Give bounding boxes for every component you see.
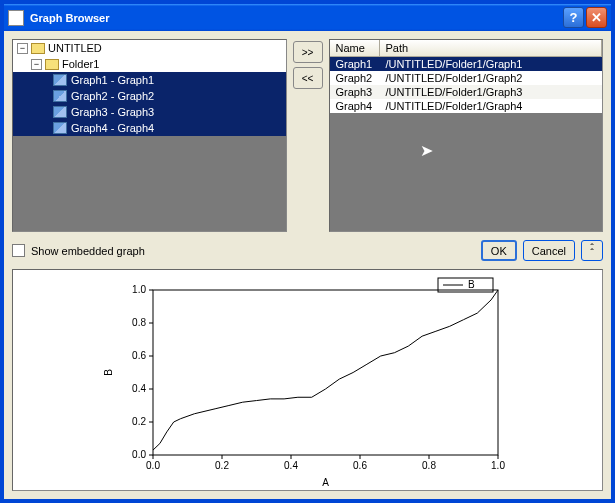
cursor-icon: ➤ (420, 141, 433, 160)
svg-text:0.4: 0.4 (284, 460, 298, 471)
list-empty-area: ➤ (330, 113, 603, 231)
svg-text:0.6: 0.6 (353, 460, 367, 471)
list-row[interactable]: Graph3 /UNTITLED/Folder1/Graph3 (330, 85, 603, 99)
list-row[interactable]: Graph1 /UNTITLED/Folder1/Graph1 (330, 57, 603, 71)
column-header-path[interactable]: Path (380, 40, 603, 56)
tree-item-label: Graph1 - Graph1 (71, 74, 154, 86)
tree-item-graph2[interactable]: Graph2 - Graph2 (13, 88, 286, 104)
tree-item-graph4[interactable]: Graph4 - Graph4 (13, 120, 286, 136)
svg-text:B: B (103, 369, 114, 376)
show-embedded-checkbox[interactable] (12, 244, 25, 257)
svg-text:0.2: 0.2 (215, 460, 229, 471)
list-cell-path: /UNTITLED/Folder1/Graph3 (380, 85, 603, 99)
controls-row: Show embedded graph OK Cancel ˆ ˆ (4, 236, 611, 269)
svg-text:1.0: 1.0 (132, 284, 146, 295)
list-cell-path: /UNTITLED/Folder1/Graph1 (380, 57, 603, 71)
svg-text:A: A (322, 477, 329, 488)
svg-text:0.4: 0.4 (132, 383, 146, 394)
folder-icon (45, 59, 59, 70)
list-cell-path: /UNTITLED/Folder1/Graph2 (380, 71, 603, 85)
svg-text:0.6: 0.6 (132, 350, 146, 361)
list-cell-path: /UNTITLED/Folder1/Graph4 (380, 99, 603, 113)
tree-folder-label: Folder1 (62, 58, 99, 70)
folder-icon (31, 43, 45, 54)
add-button[interactable]: >> (293, 41, 323, 63)
tree-folder[interactable]: − Folder1 (13, 56, 286, 72)
dialog-window: Graph Browser ? ✕ − UNTITLED − Folder1 G… (3, 3, 612, 500)
app-icon (8, 10, 24, 26)
list-header: Name Path (330, 40, 603, 57)
show-embedded-label: Show embedded graph (31, 245, 145, 257)
remove-button[interactable]: << (293, 67, 323, 89)
chart-preview: 0.00.20.40.60.81.00.00.20.40.60.81.0ABB (12, 269, 603, 491)
window-title: Graph Browser (30, 12, 563, 24)
transfer-buttons: >> << (293, 39, 323, 232)
graph-icon (53, 74, 67, 86)
svg-text:0.0: 0.0 (132, 449, 146, 460)
tree-panel[interactable]: − UNTITLED − Folder1 Graph1 - Graph1 Gra… (12, 39, 287, 232)
list-row[interactable]: Graph4 /UNTITLED/Folder1/Graph4 (330, 99, 603, 113)
list-cell-name: Graph2 (330, 71, 380, 85)
svg-text:1.0: 1.0 (491, 460, 505, 471)
tree-item-label: Graph3 - Graph3 (71, 106, 154, 118)
titlebar[interactable]: Graph Browser ? ✕ (4, 4, 611, 31)
tree-item-label: Graph2 - Graph2 (71, 90, 154, 102)
column-header-name[interactable]: Name (330, 40, 380, 56)
list-cell-name: Graph4 (330, 99, 380, 113)
ok-button[interactable]: OK (481, 240, 517, 261)
svg-text:0.0: 0.0 (146, 460, 160, 471)
tree-item-graph1[interactable]: Graph1 - Graph1 (13, 72, 286, 88)
svg-text:0.8: 0.8 (132, 317, 146, 328)
svg-text:B: B (468, 279, 475, 290)
list-row[interactable]: Graph2 /UNTITLED/Folder1/Graph2 (330, 71, 603, 85)
list-cell-name: Graph1 (330, 57, 380, 71)
collapse-icon[interactable]: − (17, 43, 28, 54)
tree-root[interactable]: − UNTITLED (13, 40, 286, 56)
graph-icon (53, 122, 67, 134)
chevron-up-icon: ˆ (590, 251, 594, 256)
list-panel[interactable]: Name Path Graph1 /UNTITLED/Folder1/Graph… (329, 39, 604, 232)
list-body: Graph1 /UNTITLED/Folder1/Graph1 Graph2 /… (330, 57, 603, 113)
upper-panels: − UNTITLED − Folder1 Graph1 - Graph1 Gra… (4, 31, 611, 236)
svg-text:0.2: 0.2 (132, 416, 146, 427)
collapse-icon[interactable]: − (31, 59, 42, 70)
svg-text:0.8: 0.8 (422, 460, 436, 471)
svg-rect-0 (153, 290, 498, 455)
help-button[interactable]: ? (563, 7, 584, 28)
cancel-button[interactable]: Cancel (523, 240, 575, 261)
close-button[interactable]: ✕ (586, 7, 607, 28)
tree-item-label: Graph4 - Graph4 (71, 122, 154, 134)
tree-root-label: UNTITLED (48, 42, 102, 54)
list-cell-name: Graph3 (330, 85, 380, 99)
tree-item-graph3[interactable]: Graph3 - Graph3 (13, 104, 286, 120)
expand-button[interactable]: ˆ ˆ (581, 240, 603, 261)
graph-icon (53, 90, 67, 102)
chart-svg: 0.00.20.40.60.81.00.00.20.40.60.81.0ABB (98, 270, 518, 490)
graph-icon (53, 106, 67, 118)
